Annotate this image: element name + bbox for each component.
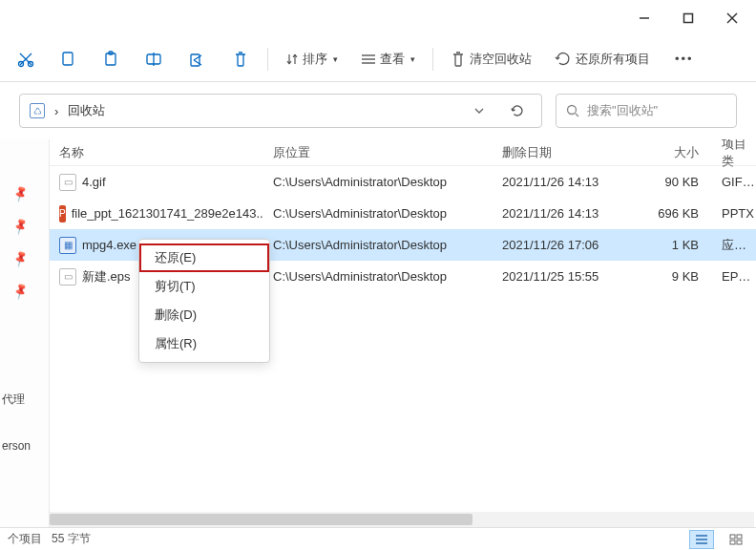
minimize-button[interactable] (622, 0, 666, 36)
chevron-down-icon: ▾ (410, 54, 415, 64)
copy-tool-icon[interactable] (48, 42, 90, 76)
more-icon: ••• (675, 52, 694, 66)
close-button[interactable] (710, 0, 754, 36)
toolbar-separator (267, 48, 268, 71)
history-dropdown[interactable] (465, 108, 494, 114)
cell-date: 2021/11/25 15:55 (493, 269, 636, 284)
recycle-bin-icon: ♺ (30, 103, 45, 118)
cell-size: 90 KB (636, 175, 712, 189)
svg-rect-22 (730, 540, 735, 544)
pin-icon: 📌 (11, 184, 31, 203)
col-name[interactable]: 名称 (50, 144, 263, 161)
cell-name: Pfile_ppt_1621301741_289e2e143... (50, 205, 263, 222)
pin-icon: 📌 (11, 249, 31, 268)
nav-pane: 📌 📌 📌 📌 代理 erson (0, 139, 50, 527)
more-menu[interactable]: ••• (662, 42, 707, 76)
sort-label: 排序 (303, 51, 327, 68)
cell-type: 应用程 (712, 237, 756, 254)
scrollbar-thumb[interactable] (50, 514, 472, 525)
maximize-button[interactable] (666, 0, 710, 36)
svg-rect-6 (63, 53, 73, 65)
thumbnails-view-button[interactable] (724, 530, 748, 549)
refresh-button[interactable] (503, 103, 532, 118)
sort-icon (285, 53, 299, 66)
status-bar: 个项目 55 字节 (0, 527, 756, 550)
view-menu[interactable]: 查看 ▾ (349, 42, 427, 76)
rename-tool-icon[interactable] (132, 42, 176, 76)
ctx-cut[interactable]: 剪切(T) (139, 272, 269, 301)
cell-location: C:\Users\Administrator\Desktop (263, 269, 493, 284)
cell-date: 2021/11/26 17:06 (493, 238, 636, 252)
view-label: 查看 (380, 51, 405, 68)
svg-point-15 (568, 106, 577, 115)
svg-rect-20 (730, 535, 735, 539)
pin-icon: 📌 (11, 282, 31, 301)
restore-icon (555, 52, 572, 67)
toolbar-separator (432, 48, 433, 71)
col-type[interactable]: 项目类 (712, 139, 756, 170)
cell-name: ▭4.gif (50, 174, 263, 191)
cell-size: 696 KB (636, 206, 712, 221)
chevron-down-icon: ▾ (333, 54, 338, 64)
cell-location: C:\Users\Administrator\Desktop (263, 238, 493, 252)
cell-date: 2021/11/26 14:13 (493, 206, 636, 221)
svg-rect-7 (106, 53, 116, 65)
status-size: 55 字节 (52, 531, 91, 547)
address-row: ♺ › 回收站 搜索"回收站" (0, 82, 756, 139)
col-location[interactable]: 原位置 (263, 144, 493, 161)
toolbar: 排序 ▾ 查看 ▾ 清空回收站 还原所有项目 ••• (0, 36, 756, 82)
ctx-properties[interactable]: 属性(R) (139, 329, 269, 358)
table-row[interactable]: ▭4.gifC:\Users\Administrator\Desktop2021… (50, 166, 756, 198)
restore-all[interactable]: 还原所有项目 (543, 42, 662, 76)
svg-rect-1 (684, 14, 693, 23)
trash-icon (451, 51, 466, 68)
cell-date: 2021/11/26 14:13 (493, 175, 636, 189)
cell-location: C:\Users\Administrator\Desktop (263, 175, 493, 189)
paste-tool-icon[interactable] (90, 42, 132, 76)
svg-line-16 (576, 114, 578, 116)
horizontal-scrollbar[interactable] (50, 512, 754, 527)
empty-recycle-label: 清空回收站 (470, 51, 532, 68)
delete-tool-icon[interactable] (220, 42, 262, 76)
cell-type: GIF 文 (712, 174, 756, 191)
view-icon (361, 53, 376, 65)
breadcrumb-separator: › (54, 104, 58, 118)
search-placeholder: 搜索"回收站" (587, 102, 658, 119)
ctx-restore[interactable]: 还原(E) (139, 243, 269, 272)
context-menu: 还原(E) 剪切(T) 删除(D) 属性(R) (138, 239, 270, 363)
details-view-button[interactable] (689, 530, 714, 549)
table-row[interactable]: Pfile_ppt_1621301741_289e2e143...C:\User… (50, 198, 756, 229)
cell-location: C:\Users\Administrator\Desktop (263, 206, 493, 221)
sidebar-item-proxy[interactable]: 代理 (2, 391, 48, 408)
cut-tool-icon[interactable] (4, 42, 48, 76)
cell-type: PPTX (712, 206, 756, 221)
address-bar[interactable]: ♺ › 回收站 (19, 94, 542, 128)
column-headers: 名称 原位置 删除日期 大小 项目类 (50, 139, 756, 166)
status-item-count: 个项目 (8, 531, 42, 547)
titlebar (0, 0, 756, 36)
cell-size: 9 KB (636, 269, 712, 284)
search-input[interactable]: 搜索"回收站" (556, 94, 737, 128)
sort-menu[interactable]: 排序 ▾ (274, 42, 349, 76)
search-icon (566, 104, 579, 117)
pin-icon: 📌 (11, 217, 31, 236)
col-date[interactable]: 删除日期 (493, 144, 636, 161)
sidebar-item-erson[interactable]: erson (2, 439, 48, 453)
cell-size: 1 KB (636, 238, 712, 252)
ctx-delete[interactable]: 删除(D) (139, 301, 269, 329)
empty-recycle-bin[interactable]: 清空回收站 (439, 42, 543, 76)
breadcrumb[interactable]: 回收站 (68, 102, 105, 119)
cell-type: EPS 文 (712, 268, 756, 286)
svg-rect-21 (737, 535, 742, 539)
svg-rect-11 (191, 54, 200, 66)
share-tool-icon[interactable] (176, 42, 220, 76)
svg-rect-23 (737, 540, 742, 544)
restore-all-label: 还原所有项目 (576, 51, 650, 68)
col-size[interactable]: 大小 (636, 144, 712, 161)
